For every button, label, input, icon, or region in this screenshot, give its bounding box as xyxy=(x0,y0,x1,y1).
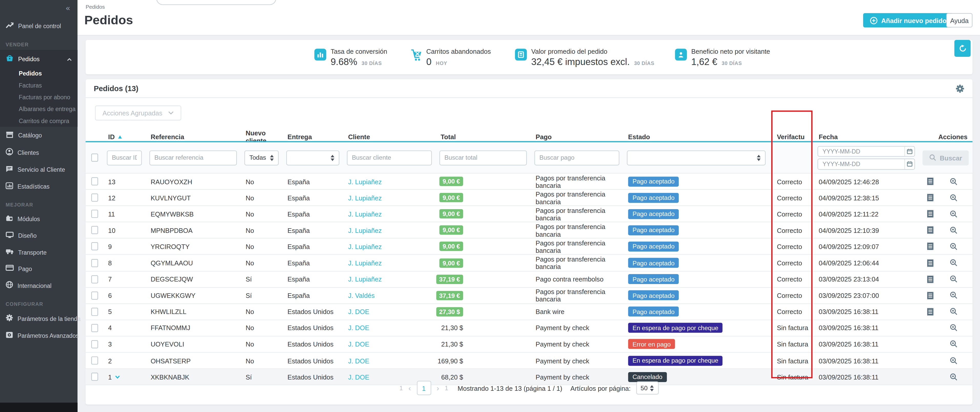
prev-page-button[interactable]: ‹ xyxy=(409,383,411,392)
view-order-icon[interactable] xyxy=(950,324,958,332)
sidebar-item-catalogo[interactable]: Catálogo xyxy=(0,127,77,144)
invoice-icon[interactable] xyxy=(927,226,934,235)
column-header-total[interactable]: Total xyxy=(436,133,468,141)
view-order-icon[interactable] xyxy=(950,210,958,217)
customer-link[interactable]: J. DOE xyxy=(348,324,369,332)
sidebar-subitem-carritos[interactable]: Carritos de compra xyxy=(0,115,77,127)
sidebar-item-transporte[interactable]: Transporte xyxy=(0,244,77,260)
sidebar-item-dashboard[interactable]: Panel de control xyxy=(0,17,77,34)
table-row[interactable]: 5 KHWLILZLL No Estados Unidos J. DOE 27,… xyxy=(86,304,972,320)
sidebar-item-diseno[interactable]: Diseño xyxy=(0,227,77,244)
row-checkbox[interactable] xyxy=(91,357,98,364)
row-checkbox[interactable] xyxy=(91,177,98,185)
invoice-icon[interactable] xyxy=(927,275,934,283)
invoice-icon[interactable] xyxy=(927,210,934,218)
sidebar-item-pago[interactable]: Pago xyxy=(0,260,77,276)
row-checkbox[interactable] xyxy=(91,324,98,332)
column-header-estado[interactable]: Estado xyxy=(623,133,769,141)
table-row[interactable]: 9 YRCIROQTY No España J. Lupiañez 9,00 €… xyxy=(86,239,972,255)
sidebar-subitem-facturas-abono[interactable]: Facturas por abono xyxy=(0,91,77,103)
table-row[interactable]: 10 MPNBPDBOA No España J. Lupiañez 9,00 … xyxy=(86,222,972,239)
customer-link[interactable]: J. Lupiañez xyxy=(348,194,382,201)
table-row[interactable]: 6 UGWEKKGWY Sí España J. Valdés 37,19 € … xyxy=(86,288,972,304)
customer-link[interactable]: J. Lupiañez xyxy=(348,177,382,185)
table-row[interactable]: 12 KUVLNYGUT No España J. Lupiañez 9,00 … xyxy=(86,190,972,206)
sidebar-item-parametros-avanzados[interactable]: Parámetros Avanzados xyxy=(0,327,77,344)
table-row[interactable]: 2 OHSATSERP No Estados Unidos J. DOE 169… xyxy=(86,353,972,369)
row-checkbox[interactable] xyxy=(91,373,98,381)
sidebar-item-internacional[interactable]: Internacional xyxy=(0,277,77,294)
view-order-icon[interactable] xyxy=(950,243,958,250)
customer-link[interactable]: J. Lupiañez xyxy=(348,243,382,250)
chevron-down-icon[interactable] xyxy=(115,375,120,379)
invoice-icon[interactable] xyxy=(927,307,934,316)
view-order-icon[interactable] xyxy=(950,227,958,234)
row-checkbox[interactable] xyxy=(91,242,98,251)
row-checkbox[interactable] xyxy=(91,275,98,283)
customer-link[interactable]: J. DOE xyxy=(348,373,369,380)
column-header-referencia[interactable]: Referencia xyxy=(146,133,240,141)
filter-delivery-select[interactable] xyxy=(286,150,339,165)
search-button[interactable]: Buscar xyxy=(923,150,969,165)
panel-settings-gear-icon[interactable] xyxy=(956,84,964,93)
filter-total-input[interactable] xyxy=(439,150,527,165)
column-header-cliente[interactable]: Cliente xyxy=(343,133,436,141)
view-order-icon[interactable] xyxy=(950,341,958,348)
invoice-icon[interactable] xyxy=(927,259,934,267)
sidebar-item-clientes[interactable]: Clientes xyxy=(0,144,77,161)
row-checkbox[interactable] xyxy=(91,340,98,348)
calendar-icon[interactable] xyxy=(904,146,915,156)
filter-payment-input[interactable] xyxy=(535,150,619,165)
sidebar-item-parametros-tienda[interactable]: Parámetros de la tienda xyxy=(0,310,77,327)
table-row[interactable]: 4 FFATNOMMJ No Estados Unidos J. DOE 21,… xyxy=(86,320,972,336)
view-order-icon[interactable] xyxy=(950,373,958,380)
column-header-pago[interactable]: Pago xyxy=(531,133,623,141)
refresh-kpi-button[interactable] xyxy=(955,40,970,57)
sidebar-subitem-facturas[interactable]: Facturas xyxy=(0,79,77,91)
view-order-icon[interactable] xyxy=(950,194,958,201)
view-order-icon[interactable] xyxy=(950,357,958,364)
row-checkbox[interactable] xyxy=(91,226,98,235)
column-header-id[interactable]: ID xyxy=(103,133,146,141)
row-checkbox[interactable] xyxy=(91,194,98,202)
view-order-icon[interactable] xyxy=(950,292,958,299)
column-header-entrega[interactable]: Entrega xyxy=(283,133,343,141)
customer-link[interactable]: J. Lupiañez xyxy=(348,210,382,217)
view-order-icon[interactable] xyxy=(950,275,958,283)
sidebar-subitem-pedidos[interactable]: Pedidos xyxy=(0,67,77,79)
sidebar-item-modulos[interactable]: Módulos xyxy=(0,210,77,227)
table-row[interactable]: 3 UOYEVOLI No Estados Unidos J. DOE 21,3… xyxy=(86,336,972,353)
row-checkbox[interactable] xyxy=(91,259,98,267)
sort-asc-icon[interactable] xyxy=(118,135,122,138)
view-order-icon[interactable] xyxy=(950,177,958,185)
customer-link[interactable]: J. DOE xyxy=(348,341,369,348)
calendar-icon[interactable] xyxy=(904,159,915,169)
invoice-icon[interactable] xyxy=(927,177,934,185)
sidebar-collapse-button[interactable]: « xyxy=(0,0,77,13)
column-header-verifactu[interactable]: Verifactu xyxy=(769,133,814,141)
table-row[interactable]: 8 QGYMLAAOU No España J. Lupiañez 9,00 €… xyxy=(86,255,972,271)
customer-link[interactable]: J. Lupiañez xyxy=(348,275,382,283)
customer-link[interactable]: J. Lupiañez xyxy=(348,227,382,234)
column-header-fecha[interactable]: Fecha xyxy=(814,133,919,141)
view-order-icon[interactable] xyxy=(950,259,958,266)
customer-link[interactable]: J. Valdés xyxy=(348,292,375,299)
filter-reference-input[interactable] xyxy=(150,150,237,165)
select-all-checkbox[interactable] xyxy=(91,154,98,162)
filter-status-select[interactable] xyxy=(627,150,766,165)
invoice-icon[interactable] xyxy=(927,194,934,202)
filter-customer-input[interactable] xyxy=(347,150,432,165)
filter-id-input[interactable] xyxy=(107,150,142,165)
sidebar-item-estadisticas[interactable]: Estadísticas xyxy=(0,178,77,195)
table-row[interactable]: 11 EQMYWBKSB No España J. Lupiañez 9,00 … xyxy=(86,206,972,222)
row-checkbox[interactable] xyxy=(91,291,98,299)
invoice-icon[interactable] xyxy=(927,242,934,251)
add-order-button[interactable]: Añadir nuevo pedido xyxy=(863,13,953,27)
customer-link[interactable]: J. Lupiañez xyxy=(348,259,382,266)
sidebar-item-pedidos[interactable]: Pedidos xyxy=(0,50,77,67)
invoice-icon[interactable] xyxy=(927,291,934,299)
filter-date-to-input[interactable] xyxy=(818,159,904,169)
row-checkbox[interactable] xyxy=(91,210,98,218)
help-button[interactable]: Ayuda xyxy=(946,13,972,27)
current-page-box[interactable]: 1 xyxy=(417,381,431,395)
